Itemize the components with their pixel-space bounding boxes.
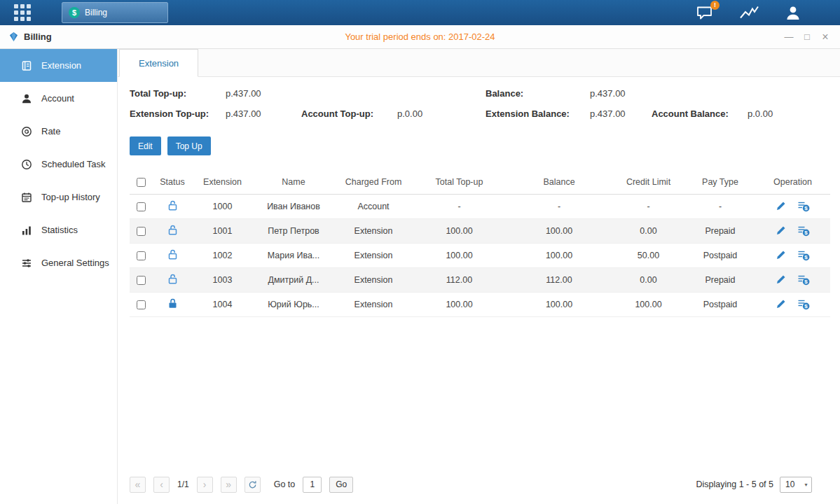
page-indicator: 1/1 [177,479,189,489]
unlocked-icon [168,225,177,235]
sidebar-item-label: Statistics [41,225,78,235]
status-cell [152,267,193,292]
bar-chart-icon [21,225,32,236]
rate-icon [21,126,32,137]
total-topup-cell: 100.00 [412,243,507,267]
extension-balance-field: Extension Balance: p.437.00 [486,108,652,121]
edit-row-icon[interactable] [776,299,786,309]
balance-cell: 100.00 [507,243,612,267]
table-row[interactable]: 1004 Юрий Юрь... Extension 100.00 100.00… [130,292,830,316]
table-row[interactable]: 1001 Петр Петров Extension 100.00 100.00… [130,218,830,243]
taskbar-tab-label: Billing [85,8,107,18]
sidebar-item-account[interactable]: Account [0,82,117,115]
column-header-operation: Operation [755,171,830,194]
checkbox-cell [130,292,152,316]
minimize-icon[interactable]: — [784,32,794,41]
apps-grid-icon[interactable] [14,4,31,21]
sidebar-item-label: Account [41,93,74,104]
sidebar-item-extension[interactable]: Extension [0,49,117,82]
credit-limit-cell: 0.00 [612,267,685,292]
table-header-row: Status Extension Name Charged From Total… [130,171,830,194]
table-row[interactable]: 1000 Иван Иванов Account - - - - $ [130,194,830,218]
top-up-row-icon[interactable]: $ [797,274,810,286]
billing-dollar-icon: $ [69,7,80,18]
checkbox-cell [130,267,152,292]
column-header-status: Status [152,171,193,194]
window-titlebar: Billing Your trial period ends on: 2017-… [0,25,840,49]
extension-topup-field: Extension Top-up: p.437.00 [130,108,301,121]
taskbar-tab-billing[interactable]: $ Billing [62,2,168,23]
top-up-button[interactable]: Top Up [167,136,211,155]
column-header-credit-limit: Credit Limit [612,171,685,194]
column-header-pay-type: Pay Type [685,171,755,194]
main-panel: Extension Total Top-up: p.437.00 Balance… [118,49,840,504]
table-row[interactable]: 1002 Мария Ива... Extension 100.00 100.0… [130,243,830,267]
user-account-icon[interactable] [785,5,801,21]
operation-cell: $ [755,292,830,316]
row-checkbox[interactable] [137,276,146,285]
balance-cell: 100.00 [507,292,612,316]
goto-page-input[interactable] [303,477,322,493]
prev-page-icon[interactable]: ‹ [153,477,170,493]
row-checkbox[interactable] [137,227,146,236]
page-size-select[interactable]: 10 ▾ [780,477,812,493]
statistics-chart-icon[interactable] [740,6,759,20]
status-cell [152,292,193,316]
system-topbar: $ Billing ! [0,0,840,25]
operation-cell: $ [755,267,830,292]
checkbox-cell [130,243,152,267]
unlocked-icon [168,274,177,284]
select-all-checkbox[interactable] [137,178,146,187]
extension-book-icon [21,60,32,71]
refresh-icon[interactable] [245,477,261,493]
row-checkbox[interactable] [137,251,146,260]
sidebar-item-label: Rate [41,126,60,136]
top-up-row-icon[interactable]: $ [797,299,810,310]
account-balance-value: p.0.00 [748,108,773,119]
extension-topup-value: p.437.00 [226,108,261,119]
edit-row-icon[interactable] [776,250,786,260]
summary-spacer [652,88,830,101]
charged-from-cell: Extension [335,267,412,292]
edit-button[interactable]: Edit [130,136,161,155]
first-page-icon[interactable]: « [130,477,146,493]
close-icon[interactable]: × [820,31,830,43]
status-cell [152,243,193,267]
sidebar-item-rate[interactable]: Rate [0,115,117,148]
top-up-row-icon[interactable]: $ [797,201,810,212]
top-up-row-icon[interactable]: $ [797,250,810,261]
sidebar-item-topup-history[interactable]: Top-up History [0,181,117,214]
svg-text:$: $ [804,279,808,285]
column-header-total-topup: Total Top-up [412,171,507,194]
sidebar-item-scheduled-task[interactable]: Scheduled Task [0,148,117,181]
next-page-icon[interactable]: › [197,477,213,493]
maximize-icon[interactable]: □ [802,32,812,41]
extension-content: Total Top-up: p.437.00 Balance: p.437.00… [118,77,840,472]
extension-cell: 1002 [193,243,252,267]
extension-cell: 1001 [193,218,252,243]
table-row[interactable]: 1003 Дмитрий Д... Extension 112.00 112.0… [130,267,830,292]
account-balance-label: Account Balance: [652,108,739,119]
edit-row-icon[interactable] [776,201,786,211]
edit-row-icon[interactable] [776,225,786,236]
total-topup-cell: - [412,194,507,218]
extensions-table: Status Extension Name Charged From Total… [130,171,830,317]
sidebar-item-statistics[interactable]: Statistics [0,214,117,246]
account-topup-label: Account Top-up: [301,108,389,119]
row-checkbox[interactable] [137,202,146,211]
top-up-row-icon[interactable]: $ [797,225,810,237]
unlocked-icon [168,200,177,211]
account-topup-value: p.0.00 [397,108,422,119]
pagination-bar: « ‹ 1/1 › » Go to Go Displaying 1 - 5 of… [118,472,840,504]
row-checkbox[interactable] [137,300,146,309]
messages-icon[interactable]: ! [696,6,714,20]
summary-spacer [301,88,486,101]
go-button[interactable]: Go [329,477,353,493]
last-page-icon[interactable]: » [221,477,237,493]
account-balance-field: Account Balance: p.0.00 [652,108,830,121]
sidebar-item-general-settings[interactable]: General Settings [0,246,117,279]
tab-extension[interactable]: Extension [119,49,198,77]
edit-row-icon[interactable] [776,274,786,285]
name-cell: Юрий Юрь... [252,292,335,316]
total-topup-value: p.437.00 [226,88,261,99]
